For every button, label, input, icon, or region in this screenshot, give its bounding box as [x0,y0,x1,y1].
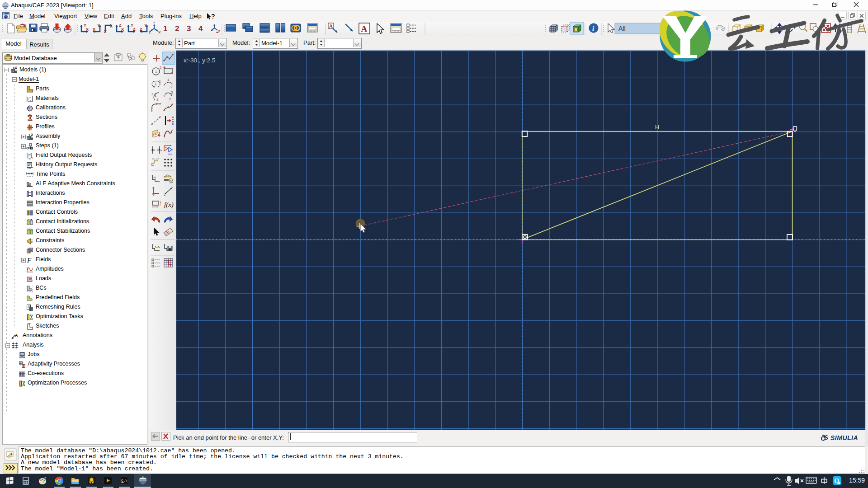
svg-text:1: 1 [163,24,167,33]
svg-text:1: 1 [155,94,157,98]
svg-text:SIMULIA: SIMULIA [830,434,858,441]
svg-text:X: X [158,30,161,34]
svg-text:Z: Z [140,27,142,32]
svg-text:2: 2 [160,66,162,70]
svg-text:2: 2 [175,24,179,33]
svg-text:3: 3 [171,90,173,94]
svg-text:A: A [361,24,368,33]
svg-text:3: 3 [159,80,161,84]
svg-text:1: 1 [155,70,157,74]
svg-text:C:\: C:\ [121,479,127,483]
svg-text:4: 4 [198,24,203,33]
svg-text:1: 1 [167,78,170,82]
svg-text:3: 3 [156,98,159,102]
svg-text:1: 1 [163,94,165,98]
svg-text:x:-30., y:2.5: x:-30., y:2.5 [184,57,216,64]
svg-text:Y: Y [97,23,100,28]
svg-text:All: All [618,25,626,32]
svg-text:Y: Y [144,23,147,28]
svg-text:Z: Z [149,30,151,34]
svg-text:2: 2 [151,92,154,96]
svg-text:?: ? [211,13,215,20]
svg-text:X: X [121,27,124,32]
svg-text:X: X [86,27,89,32]
svg-text:3: 3 [187,24,191,33]
svg-text:f(x): f(x) [164,201,174,209]
svg-text:Q: Q [835,478,840,484]
svg-text:2: 2 [170,85,173,89]
svg-text:Z: Z [133,27,136,32]
svg-text:X: X [110,24,113,28]
svg-text:X: X [93,27,95,32]
svg-text:Y: Y [153,22,156,24]
svg-text:2: 2 [153,85,156,89]
svg-text:15:59: 15:59 [849,477,865,484]
svg-text:Z: Z [104,29,107,34]
svg-text:2: 2 [169,97,171,101]
svg-text:A: A [329,23,333,28]
svg-text:H: H [655,124,659,131]
